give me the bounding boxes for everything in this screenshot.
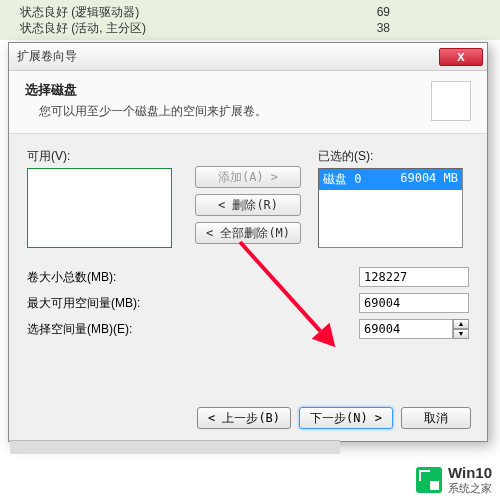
bg-shadow [10,440,340,454]
add-button[interactable]: 添加(A) > [195,166,301,188]
dialog-header: 选择磁盘 您可以用至少一个磁盘上的空间来扩展卷。 [9,71,487,134]
back-button[interactable]: < 上一步(B) [197,407,291,429]
watermark-logo-icon [416,467,442,493]
wizard-icon [431,81,471,121]
selected-label: 已选的(S): [318,148,469,165]
remove-button[interactable]: < 删除(R) [195,194,301,216]
watermark-sub: 系统之家 [448,482,492,494]
close-button[interactable]: X [439,48,483,66]
available-listbox[interactable] [27,168,172,248]
bg-status-2: 状态良好 (活动, 主分区) [20,20,146,36]
spinner-up[interactable]: ▲ [453,319,469,329]
next-button[interactable]: 下一步(N) > [299,407,393,429]
dialog-footer: < 上一步(B) 下一步(N) > 取消 [197,407,471,429]
background-disk-info: 状态良好 (逻辑驱动器) 69 状态良好 (活动, 主分区) 38 [0,0,500,40]
cancel-button[interactable]: 取消 [401,407,471,429]
select-space-input[interactable] [359,319,453,339]
extend-volume-wizard-dialog: 扩展卷向导 X 选择磁盘 您可以用至少一个磁盘上的空间来扩展卷。 可用(V): … [8,42,488,442]
max-space-field [359,293,469,313]
max-space-label: 最大可用空间量(MB): [27,295,217,312]
dialog-title: 扩展卷向导 [17,48,439,65]
bg-status-1: 状态良好 (逻辑驱动器) [20,4,139,20]
bg-value-1: 69 [377,4,390,20]
total-size-field [359,267,469,287]
spinner-down[interactable]: ▼ [453,329,469,339]
disk-name: 磁盘 0 [323,171,361,188]
remove-all-button[interactable]: < 全部删除(M) [195,222,301,244]
disk-size: 69004 MB [400,171,458,188]
header-title: 选择磁盘 [25,81,423,99]
available-label: 可用(V): [27,148,178,165]
watermark-main: Win10 [448,465,492,482]
close-icon: X [457,51,464,63]
selected-listbox[interactable]: 磁盘 0 69004 MB [318,168,463,248]
header-subtitle: 您可以用至少一个磁盘上的空间来扩展卷。 [39,103,423,120]
total-size-label: 卷大小总数(MB): [27,269,217,286]
dialog-body: 可用(V): 添加(A) > < 删除(R) < 全部删除(M) 已选的(S):… [9,134,487,356]
select-space-label: 选择空间量(MB)(E): [27,321,217,338]
bg-value-2: 38 [377,20,390,36]
titlebar[interactable]: 扩展卷向导 X [9,43,487,71]
selected-disk-item[interactable]: 磁盘 0 69004 MB [319,169,462,190]
watermark: Win10 系统之家 [416,465,492,494]
